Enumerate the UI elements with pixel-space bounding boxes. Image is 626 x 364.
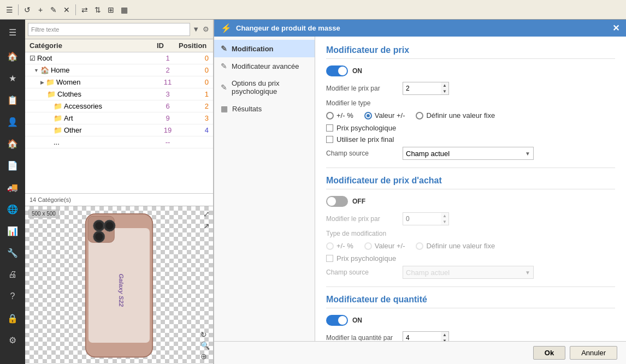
image-panel: 500 x 500 ⤢ ↗ Galaxy S22	[25, 206, 213, 364]
edit-icon[interactable]: ✎	[48, 4, 60, 16]
quantity-toggle-label: ON	[352, 317, 362, 324]
sidebar-item-options-prix[interactable]: ✎ Options du prix psychologique	[214, 75, 315, 100]
purchase-type-label: Type de modification	[326, 230, 397, 237]
quantity-spin-up[interactable]: ▲	[441, 332, 448, 338]
cancel-button[interactable]: Annuler	[570, 346, 617, 360]
image-toolbar-bottom: ↻ 🔍 ⊕	[200, 330, 210, 361]
checkbox-root[interactable]: ☑	[29, 55, 36, 62]
modification-icon: ✎	[221, 44, 227, 53]
purchase-price-title: Modificateur de prix d'achat	[326, 176, 615, 189]
table-row[interactable]: 📁 Art 9 3	[25, 112, 213, 124]
purchase-champ-source-select[interactable]: Champ actuel ▼	[403, 266, 534, 279]
cat-id-other: 19	[157, 126, 179, 134]
sidebar-globe-icon[interactable]: 🌐	[2, 199, 23, 219]
price-psycho-label: Prix psychologique	[336, 124, 396, 132]
svg-point-8	[95, 232, 103, 240]
swap-v-icon[interactable]: ⇅	[92, 4, 104, 16]
sidebar-home-icon[interactable]: 🏠	[2, 46, 23, 67]
svg-point-4	[95, 222, 103, 229]
grid-icon[interactable]: ⊞	[105, 4, 117, 16]
sidebar-hamburger-icon[interactable]: ☰	[2, 22, 23, 43]
sidebar-star-icon[interactable]: ★	[2, 68, 23, 88]
category-table: Catégorie ID Position ☑ Root 1 0 ▼ 🏠 Hom…	[25, 39, 213, 193]
quantity-value-field[interactable]	[403, 331, 441, 341]
price-value-field[interactable]	[403, 82, 441, 95]
sidebar-chart-icon[interactable]: 📊	[2, 220, 23, 241]
rotate-icon[interactable]: ↻	[200, 330, 210, 339]
cat-name-root: ☑ Root	[29, 54, 157, 62]
zoom-in-icon[interactable]: ⊕	[200, 352, 210, 361]
sidebar-user-icon[interactable]: 👤	[2, 111, 23, 132]
table-icon[interactable]: ▦	[118, 4, 130, 16]
col-category: Catégorie	[29, 41, 157, 50]
filter-funnel-icon[interactable]: ▼	[191, 24, 200, 34]
quantity-modifier-title: Modificateur de quantité	[326, 295, 615, 308]
sidebar-truck-icon[interactable]: 🚚	[2, 177, 23, 198]
dialog-title: Changeur de produit de masse	[236, 24, 340, 32]
purchase-value-field[interactable]	[403, 212, 441, 225]
sidebar-lock-icon[interactable]: 🔒	[2, 308, 23, 329]
sidebar-item-resultats[interactable]: ▦ Résultats	[214, 100, 315, 117]
dialog-sidebar: ✎ Modification ✎ Modificateur avancée ✎ …	[214, 37, 315, 341]
table-row[interactable]: ☑ Root 1 0	[25, 52, 213, 64]
cat-pos-root: 0	[179, 54, 209, 62]
sidebar-print-icon[interactable]: 🖨	[2, 264, 23, 285]
table-row[interactable]: ... --	[25, 136, 213, 148]
price-toggle[interactable]	[326, 65, 348, 76]
hamburger-icon[interactable]: ☰	[3, 4, 15, 16]
table-row[interactable]: 📁 Other 19 4	[25, 124, 213, 136]
price-radio-fixed[interactable]: Définir une valeur fixe	[416, 111, 495, 120]
zoom-out-icon[interactable]: 🔍	[200, 341, 210, 350]
price-final-checkbox[interactable]	[326, 136, 333, 143]
purchase-toggle[interactable]	[326, 196, 348, 207]
image-resize-icon[interactable]: ⤢	[203, 210, 210, 218]
sidebar-item-modification[interactable]: ✎ Modification	[214, 40, 315, 57]
left-panel-toolbar: Filtre texte ▼ ⚙	[25, 20, 213, 39]
sidebar-list-icon[interactable]: 📋	[2, 89, 23, 110]
table-row[interactable]: ▶ 📁 Women 11 0	[25, 76, 213, 88]
quantity-modifier-section: Modificateur de quantité ON Modifier la …	[326, 295, 615, 341]
refresh-icon[interactable]: ↺	[21, 4, 33, 16]
expand-women-icon[interactable]: ▶	[40, 80, 44, 85]
purchase-psycho-checkbox[interactable]	[326, 255, 333, 262]
cat-pos-women: 0	[179, 78, 209, 86]
svg-point-6	[106, 222, 114, 229]
cat-name-ellipsis: ...	[54, 138, 157, 146]
price-spin-down[interactable]: ▼	[441, 88, 448, 94]
price-spin-up[interactable]: ▲	[441, 82, 448, 88]
table-row[interactable]: 📁 Accessories 6 2	[25, 100, 213, 112]
quantity-toggle-knob	[338, 316, 347, 325]
sidebar-doc-icon[interactable]: 📄	[2, 155, 23, 176]
close-icon[interactable]: ✕	[61, 4, 73, 16]
purchase-radio-fixed[interactable]: Définir une valeur fixe	[416, 242, 495, 250]
sidebar-help-icon[interactable]: ?	[2, 286, 23, 307]
ok-button[interactable]: Ok	[533, 346, 565, 360]
cat-name-clothes: 📁 Clothes	[47, 90, 157, 98]
price-champ-source-select[interactable]: Champ actuel ▼	[403, 147, 534, 160]
dialog-close-button[interactable]: ✕	[612, 24, 619, 33]
cat-name-women: ▶ 📁 Women	[40, 78, 157, 86]
price-radio-percent[interactable]: +/- %	[326, 111, 353, 120]
quantity-toggle[interactable]	[326, 315, 348, 326]
price-psycho-checkbox[interactable]	[326, 124, 333, 132]
table-row[interactable]: 📁 Clothes 3 1	[25, 88, 213, 100]
purchase-type-label-row: Type de modification	[326, 230, 615, 237]
separator-2	[75, 4, 76, 15]
sidebar-settings-icon[interactable]: ⚙	[2, 330, 23, 350]
table-row[interactable]: ▼ 🏠 Home 2 0	[25, 64, 213, 76]
expand-home-icon[interactable]: ▼	[34, 68, 39, 73]
purchase-radio-percent[interactable]: +/- %	[326, 242, 353, 250]
swap-h-icon[interactable]: ⇄	[79, 4, 91, 16]
sidebar-puzzle-icon[interactable]: 🔧	[2, 242, 23, 263]
sidebar-item-modificateur-avancee[interactable]: ✎ Modificateur avancée	[214, 57, 315, 75]
purchase-spin-up[interactable]: ▲	[441, 213, 448, 219]
add-icon[interactable]: +	[34, 4, 46, 16]
sidebar-house-icon[interactable]: 🏠	[2, 133, 23, 154]
price-radio-valeur[interactable]: Valeur +/-	[364, 111, 405, 120]
purchase-radio-valeur[interactable]: Valeur +/-	[364, 242, 405, 250]
purchase-spin-down[interactable]: ▼	[441, 219, 448, 225]
category-count: 14 Catégorie(s)	[25, 193, 213, 206]
filter-settings-icon[interactable]: ⚙	[202, 24, 210, 34]
image-open-icon[interactable]: ↗	[203, 222, 210, 230]
image-size-badge: 500 x 500	[28, 210, 59, 218]
